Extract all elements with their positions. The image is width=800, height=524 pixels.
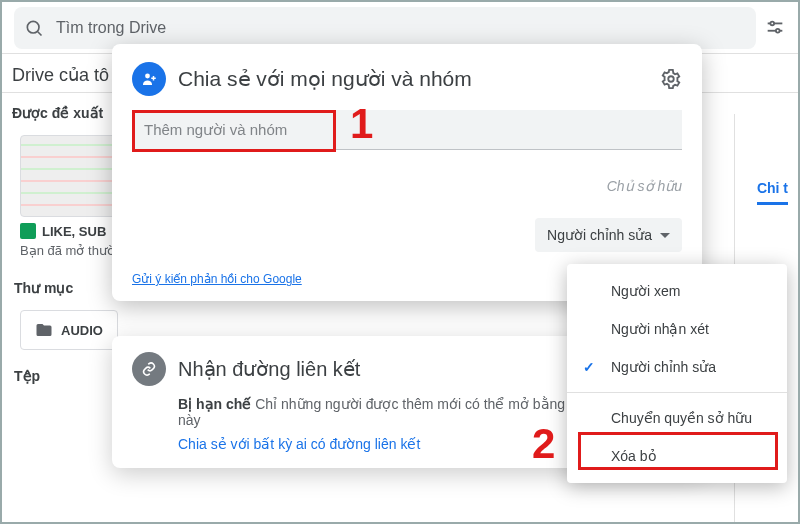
- search-input[interactable]: Tìm trong Drive: [14, 7, 756, 49]
- search-icon: [24, 18, 44, 38]
- role-menu-editor[interactable]: Người chỉnh sửa: [567, 348, 787, 386]
- role-menu-viewer[interactable]: Người xem: [567, 272, 787, 310]
- role-menu: Người xem Người nhận xét Người chỉnh sửa…: [567, 264, 787, 483]
- annotation-number-1: 1: [350, 100, 373, 148]
- link-icon: [132, 352, 166, 386]
- svg-point-0: [27, 21, 39, 33]
- role-dropdown-button[interactable]: Người chỉnh sửa: [535, 218, 682, 252]
- share-title: Chia sẻ với mọi người và nhóm: [178, 67, 660, 91]
- svg-line-1: [38, 31, 42, 35]
- add-people-placeholder: Thêm người và nhóm: [144, 121, 287, 139]
- svg-point-6: [145, 74, 150, 79]
- svg-point-3: [770, 21, 774, 25]
- folder-name: AUDIO: [61, 323, 103, 338]
- details-tab[interactable]: Chi t: [757, 180, 788, 205]
- gear-icon[interactable]: [660, 68, 682, 90]
- folder-chip[interactable]: AUDIO: [20, 310, 118, 350]
- svg-point-5: [776, 28, 780, 32]
- search-options-icon[interactable]: [764, 17, 786, 39]
- sheets-icon: [20, 223, 36, 239]
- menu-separator: [567, 392, 787, 393]
- role-button-label: Người chỉnh sửa: [547, 227, 652, 243]
- role-menu-transfer-ownership[interactable]: Chuyển quyền sở hữu: [567, 399, 787, 437]
- role-menu-commenter[interactable]: Người nhận xét: [567, 310, 787, 348]
- file-name: LIKE, SUB: [42, 224, 106, 239]
- owner-label: Chủ sở hữu: [132, 178, 682, 194]
- folder-icon: [35, 321, 53, 339]
- restricted-bold: Bị hạn chế: [178, 396, 251, 412]
- annotation-number-2: 2: [532, 420, 555, 468]
- add-people-input[interactable]: Thêm người và nhóm: [132, 110, 682, 150]
- search-placeholder: Tìm trong Drive: [56, 19, 166, 37]
- role-menu-remove[interactable]: Xóa bỏ: [567, 437, 787, 475]
- share-dialog: Chia sẻ với mọi người và nhóm Thêm người…: [112, 44, 702, 301]
- svg-point-7: [668, 76, 674, 82]
- people-add-icon: [132, 62, 166, 96]
- feedback-link[interactable]: Gửi ý kiến phản hồi cho Google: [132, 272, 302, 286]
- chevron-down-icon: [660, 233, 670, 238]
